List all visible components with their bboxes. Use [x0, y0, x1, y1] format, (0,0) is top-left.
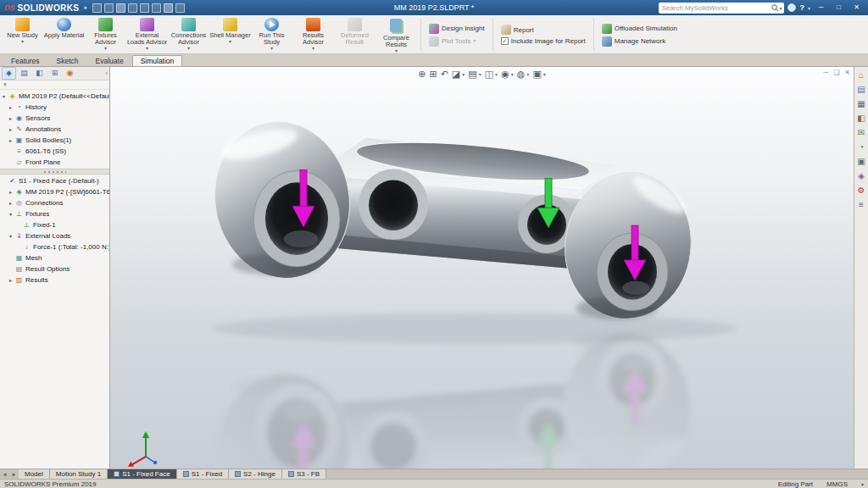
user-account-icon[interactable] [787, 3, 796, 12]
undo-icon[interactable] [140, 3, 149, 13]
zoom-area-icon[interactable]: ⊞ [429, 69, 437, 80]
more-panes-icon[interactable]: ≡ [859, 201, 864, 209]
study-item-part[interactable]: ▸ ◈ MM 2019 P2 (-[SW]6061-T6 (SS)-) [0, 186, 109, 197]
menu-expand-icon[interactable]: ▸ [84, 4, 87, 11]
study-item-force-1[interactable]: ↓ Force-1 (:Total: -1,000 N:) [0, 241, 109, 252]
bottom-tab-s3-fb[interactable]: S3 - FB [282, 469, 326, 479]
external-loads-advisor-button[interactable]: External Loads Advisor ▾ [126, 16, 168, 53]
filter-icon[interactable]: ▼ [3, 82, 8, 87]
close-button[interactable]: ✕ [849, 2, 864, 14]
manufacture-icon[interactable]: ⚙ [858, 186, 865, 195]
tree-item-solid-bodies[interactable]: ▸ ▣ Solid Bodies(1) [0, 135, 109, 146]
bottom-tab-s1-fixed-face[interactable]: S1 - Fixed Face [108, 469, 176, 479]
tab-scroll-left-icon[interactable]: ◂ [0, 469, 9, 479]
section-view-icon[interactable]: ◪ [452, 69, 460, 80]
chevron-down-icon[interactable]: ▾ [495, 71, 498, 77]
fixtures-advisor-button[interactable]: Fixtures Advisor ▾ [85, 16, 126, 53]
maximize-button[interactable]: □ [832, 2, 846, 14]
expander-icon[interactable]: ▾ [0, 93, 8, 99]
bottom-tab-model[interactable]: Model [19, 469, 50, 479]
report-toggle[interactable]: Report [501, 25, 586, 35]
tab-configuration-manager[interactable]: ◧ [32, 68, 47, 79]
tree-item-material[interactable]: ≡ 6061-T6 (SS) [0, 146, 109, 157]
tab-features[interactable]: Features [3, 55, 48, 66]
edit-appearance-icon[interactable]: ◍ [517, 69, 526, 80]
include-image-toggle[interactable]: ✓ Include Image for Report [501, 37, 586, 45]
expander-icon[interactable]: ▸ [7, 277, 14, 283]
design-insight-toggle[interactable]: Design Insight [429, 24, 485, 34]
tree-item-sensors[interactable]: ▸ ◉ Sensors [0, 113, 109, 124]
open-icon[interactable] [104, 3, 114, 13]
shell-manager-button[interactable]: Shell Manager ▾ [209, 16, 251, 53]
results-advisor-button[interactable]: Results Advisor ▾ [292, 16, 334, 53]
panel-splitter[interactable] [0, 169, 109, 175]
compare-results-button[interactable]: Compare Results ▾ [376, 16, 417, 53]
doc-minimize-icon[interactable]: ─ [823, 69, 828, 76]
solidworks-resources-icon[interactable]: ⌂ [859, 71, 864, 80]
design-library-icon[interactable]: ▤ [857, 86, 865, 94]
minimize-button[interactable]: ─ [814, 2, 828, 14]
rebuild-icon[interactable] [164, 3, 173, 13]
new-study-button[interactable]: New Study ▾ [2, 16, 43, 53]
study-item-mesh[interactable]: ▦ Mesh [0, 252, 109, 263]
print-icon[interactable] [128, 3, 137, 13]
view-orientation-icon[interactable]: ▤ [468, 69, 476, 80]
study-root-item[interactable]: ✔ S1 - Fixed Face (-Default-) [0, 175, 109, 186]
apply-material-button[interactable]: Apply Material [43, 16, 85, 53]
search-icon[interactable] [771, 4, 779, 12]
tab-evaluate[interactable]: Evaluate [87, 55, 132, 66]
tab-feature-tree[interactable]: ◈ [2, 67, 16, 80]
search-input[interactable] [661, 3, 771, 13]
tab-scroll-right-icon[interactable]: ▸ [9, 469, 19, 479]
help-icon[interactable]: ? [799, 3, 804, 12]
tab-display-manager[interactable]: ◉ [63, 68, 77, 79]
expander-icon[interactable]: ▾ [7, 211, 14, 217]
expander-icon[interactable]: ▾ [7, 233, 14, 239]
chevron-down-icon[interactable]: ▾ [543, 71, 546, 77]
manage-network-toggle[interactable]: Manage Network [602, 36, 677, 47]
file-explorer-icon[interactable]: ▦ [857, 100, 865, 108]
view-palette-icon[interactable]: ◧ [857, 114, 865, 123]
study-item-fixtures[interactable]: ▾ ⊥ Fixtures [0, 208, 109, 219]
appearances-scenes-icon[interactable]: ◔ [859, 143, 864, 152]
expander-icon[interactable]: ▸ [7, 104, 14, 110]
tree-item-annotations[interactable]: ▸ ✎ Annotations [0, 124, 109, 135]
chevron-right-icon[interactable]: › [105, 69, 108, 77]
chevron-down-icon[interactable]: ▾ [462, 71, 465, 77]
forum-icon[interactable]: ◈ [858, 172, 865, 180]
tree-item-part-root[interactable]: ▾ ◈ MM 2019 P2 (Default<<Default>_Disp [0, 91, 109, 102]
view-settings-icon[interactable]: ▣ [532, 69, 541, 80]
expander-icon[interactable]: ▸ [7, 115, 14, 121]
options-icon[interactable] [175, 3, 185, 13]
search-caret-icon[interactable]: ▾ [779, 5, 782, 11]
graphics-area[interactable]: ⊕ ⊞ ↶ ◪▾ ▤▾ ◫▾ ◉▾ ◍▾ ▣▾ ─ ❏ ✕ [110, 67, 854, 469]
study-item-fixed-1[interactable]: ⊥ Fixed-1 [0, 219, 109, 230]
messages-icon[interactable]: ✉ [858, 129, 865, 137]
expander-icon[interactable]: ▸ [7, 137, 14, 143]
hide-show-items-icon[interactable]: ◉ [501, 69, 509, 80]
doc-close-icon[interactable]: ✕ [844, 69, 850, 76]
doc-restore-icon[interactable]: ❏ [833, 69, 839, 76]
bottom-tab-s2-hinge[interactable]: S2 - Hinge [229, 469, 282, 479]
zoom-fit-icon[interactable]: ⊕ [418, 69, 426, 80]
bottom-tab-motion-study-1[interactable]: Motion Study 1 [50, 469, 108, 479]
help-caret-icon[interactable]: ▾ [808, 5, 810, 11]
expander-icon[interactable]: ▸ [7, 126, 14, 132]
study-item-result-options[interactable]: ▤ Result Options [0, 263, 109, 274]
model-3d-view[interactable] [110, 67, 854, 469]
tree-item-front-plane[interactable]: ▱ Front Plane [0, 157, 109, 168]
connections-advisor-button[interactable]: Connections Advisor ▾ [168, 16, 209, 53]
study-item-connections[interactable]: ▸ ◎ Connections [0, 197, 109, 208]
run-this-study-button[interactable]: Run This Study ▾ [251, 16, 292, 53]
bracket-part[interactable] [203, 112, 699, 327]
redo-icon[interactable] [152, 3, 161, 13]
study-item-results[interactable]: ▸ ▥ Results [0, 274, 109, 286]
beam-hole-1[interactable] [369, 180, 418, 231]
tab-sketch[interactable]: Sketch [48, 55, 87, 66]
tab-dimxpert-manager[interactable]: ⊞ [47, 68, 62, 79]
checkbox-icon[interactable]: ✓ [501, 37, 509, 45]
previous-view-icon[interactable]: ↶ [441, 69, 448, 80]
expander-icon[interactable]: ▸ [7, 189, 14, 195]
units-caret-icon[interactable]: ▾ [861, 481, 864, 487]
bottom-tab-s1-fixed[interactable]: S1 - Fixed [177, 469, 229, 479]
